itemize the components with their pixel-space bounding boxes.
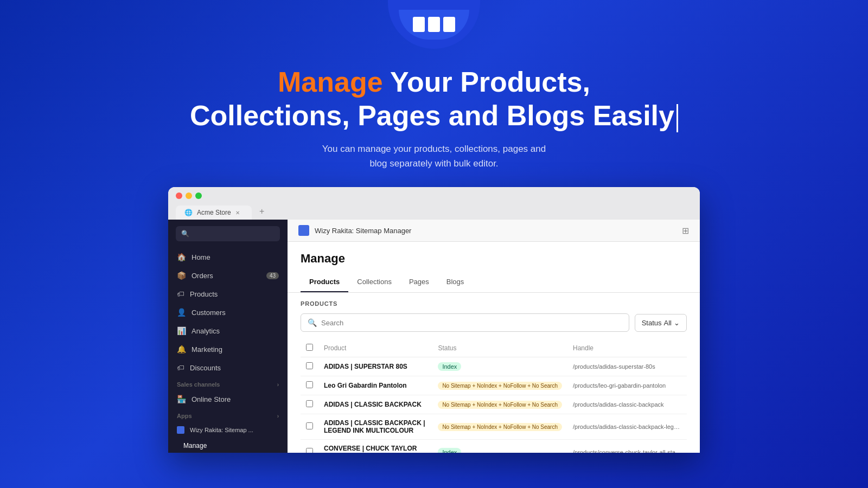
- product-name: ADIDAS | CLASSIC BACKPACK: [324, 401, 422, 408]
- sidebar-item-home[interactable]: 🏠 Home: [168, 248, 288, 266]
- table-row: ADIDAS | CLASSIC BACKPACK | LEGEND INK M…: [301, 414, 687, 440]
- sidebar-label-customers: Customers: [192, 309, 226, 317]
- customers-icon: 👤: [177, 308, 186, 317]
- sidebar-label-products: Products: [190, 290, 218, 298]
- orders-icon: 📦: [177, 271, 186, 280]
- status-dropdown[interactable]: Status All ⌄: [635, 314, 687, 332]
- app-topbar-left: Wizy Rakita: Sitemap Manager: [298, 225, 411, 236]
- search-input-wrapper[interactable]: 🔍: [301, 313, 629, 332]
- sidebar-item-online-store[interactable]: 🏪 Online Store: [168, 390, 288, 408]
- manage-page-title: Manage: [288, 242, 700, 266]
- sidebar-label-online-store: Online Store: [192, 395, 231, 403]
- blogs-word: Blogs: [507, 100, 585, 131]
- select-all-checkbox[interactable]: [306, 344, 313, 351]
- sales-channels-arrow: ›: [277, 382, 279, 388]
- icon-bar-1: [413, 17, 425, 32]
- handle-text: /products/adidas-classic-backpack: [573, 401, 681, 408]
- row-checkbox-1[interactable]: [306, 381, 313, 388]
- sidebar-label-analytics: Analytics: [192, 327, 220, 335]
- products-icon: 🏷: [177, 290, 184, 298]
- top-circle-decoration: [388, 0, 480, 49]
- section-label: PRODUCTS: [301, 300, 687, 307]
- status-col-header: Status: [432, 339, 567, 357]
- easily-word: Easily: [585, 100, 674, 131]
- row-checkbox-3[interactable]: [306, 422, 313, 429]
- new-tab-button[interactable]: +: [254, 203, 330, 220]
- row-checkbox-2[interactable]: [306, 400, 313, 407]
- app-topbar-title: Wizy Rakita: Sitemap Manager: [315, 227, 411, 235]
- maximize-button[interactable]: [195, 192, 202, 199]
- sidebar-item-wizy-rakita[interactable]: Wizy Rakita: Sitemap ...: [168, 421, 288, 439]
- sidebar-label-discounts: Discounts: [190, 364, 221, 372]
- icon-bar-2: [428, 17, 440, 32]
- orders-badge: 43: [266, 272, 279, 279]
- sidebar-label-wizy-rakita: Wizy Rakita: Sitemap ...: [190, 427, 253, 433]
- sidebar-search[interactable]: 🔍: [176, 226, 280, 241]
- product-col-header: Product: [318, 339, 432, 357]
- products-word: Products: [460, 66, 582, 98]
- sidebar-search-input[interactable]: [193, 230, 275, 237]
- top-icon-area: [388, 0, 480, 49]
- apps-arrow: ›: [277, 413, 279, 419]
- shopify-sidebar: 🔍 🏠 Home 📦 Orders 43 🏷 Products 👤 Custom…: [168, 220, 288, 453]
- tab-blogs[interactable]: Blogs: [438, 272, 473, 292]
- browser-chrome: 🌐 Acme Store ✕ +: [168, 187, 700, 220]
- handle-text: /products/leo-gri-gabardin-pantolon: [573, 382, 681, 389]
- sales-channels-header: Sales channels ›: [168, 377, 288, 390]
- text-cursor: [676, 104, 678, 132]
- sidebar-item-products[interactable]: 🏷 Products: [168, 285, 288, 303]
- subtitle: You can manage your products, collection…: [190, 142, 678, 171]
- analytics-icon: 📊: [177, 326, 186, 335]
- tab-pages[interactable]: Pages: [400, 272, 438, 292]
- row-checkbox-0[interactable]: [306, 362, 313, 369]
- sidebar-label-home: Home: [192, 253, 210, 261]
- icon-bar-3: [443, 17, 455, 32]
- products-table: Product Status Handle ADIDAS | SUPERSTAR…: [301, 339, 687, 453]
- tab-favicon: 🌐: [184, 209, 193, 216]
- table-row: ADIDAS | SUPERSTAR 80SIndex/products/adi…: [301, 357, 687, 376]
- handle-text: /products/adidas-classic-backpack-legend…: [573, 423, 681, 430]
- tab-collections[interactable]: Collections: [348, 272, 400, 292]
- app-area: 🔍 🏠 Home 📦 Orders 43 🏷 Products 👤 Custom…: [168, 220, 700, 453]
- status-value: All: [664, 319, 672, 327]
- sidebar-subitem-manage[interactable]: Manage: [168, 439, 288, 453]
- manage-tabs: Products Collections Pages Blogs: [288, 272, 700, 293]
- close-button[interactable]: [176, 192, 182, 199]
- sidebar-item-discounts[interactable]: 🏷 Discounts: [168, 358, 288, 377]
- handle-text: /products/adidas-superstar-80s: [573, 363, 681, 370]
- heading-line1: Manage Your Products,: [190, 65, 678, 99]
- sidebar-item-customers[interactable]: 👤 Customers: [168, 303, 288, 322]
- pages-word: Pages: [350, 100, 441, 131]
- window-controls: [176, 192, 692, 199]
- tab-products[interactable]: Products: [301, 272, 348, 292]
- product-name: ADIDAS | CLASSIC BACKPACK | LEGEND INK M…: [324, 419, 425, 434]
- app-logo: [298, 225, 309, 236]
- sidebar-item-orders[interactable]: 📦 Orders 43: [168, 266, 288, 285]
- handle-text: /products/converse-chuck-taylor-all-star…: [573, 449, 681, 453]
- collections-word: Collections: [190, 100, 342, 131]
- row-checkbox-4[interactable]: [306, 448, 313, 453]
- table-row: Leo Gri Gabardin PantolonNo Sitemap + No…: [301, 376, 687, 395]
- heading-line2: Collections, Pages and Blogs Easily: [190, 99, 678, 132]
- status-label: Status: [642, 319, 662, 327]
- table-row: CONVERSE | CHUCK TAYLOR ALL STAR LOIndex…: [301, 440, 687, 453]
- browser-tab-acme[interactable]: 🌐 Acme Store ✕: [176, 206, 252, 220]
- icon-bars-container: [399, 10, 469, 40]
- minimize-button[interactable]: [186, 192, 192, 199]
- search-input[interactable]: [321, 319, 622, 327]
- status-badge: No Sitemap + NoIndex + NoFollow + No Sea…: [438, 423, 562, 431]
- sidebar-label-marketing: Marketing: [192, 345, 222, 354]
- product-name: CONVERSE | CHUCK TAYLOR ALL STAR LO: [324, 445, 417, 453]
- status-badge: Index: [438, 448, 461, 453]
- wizy-app-icon: [177, 426, 184, 434]
- browser-window: 🌐 Acme Store ✕ + 🔍 🏠 Home 📦 Orders 43: [168, 187, 700, 453]
- sidebar-item-analytics[interactable]: 📊 Analytics: [168, 322, 288, 340]
- handle-col-header: Handle: [567, 339, 687, 357]
- product-name: ADIDAS | SUPERSTAR 80S: [324, 363, 407, 370]
- marketing-icon: 🔔: [177, 345, 186, 354]
- sidebar-item-marketing[interactable]: 🔔 Marketing: [168, 340, 288, 358]
- status-badge: No Sitemap + NoIndex + NoFollow + No Sea…: [438, 401, 562, 409]
- tab-close-button[interactable]: ✕: [235, 210, 240, 216]
- table-row: ADIDAS | CLASSIC BACKPACKNo Sitemap + No…: [301, 395, 687, 414]
- products-section: PRODUCTS 🔍 Status All ⌄: [288, 293, 700, 453]
